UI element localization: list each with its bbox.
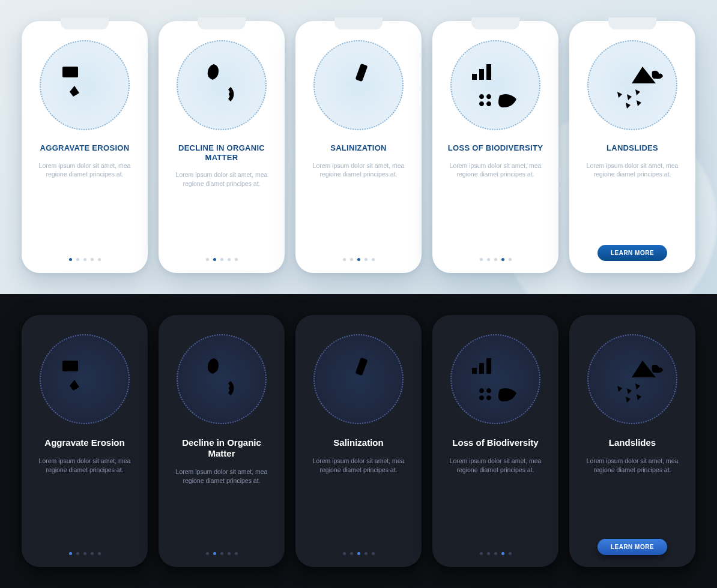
page-dot-4[interactable] (372, 258, 375, 261)
card-footer (168, 258, 275, 261)
page-dot-1[interactable] (350, 552, 353, 555)
card-title: LANDSLIDES (607, 143, 658, 153)
page-dot-1[interactable] (76, 258, 79, 261)
onboarding-card-0: AGGRAVATE EROSIONLorem ipsum dolor sit a… (22, 21, 148, 273)
page-dot-0[interactable] (480, 552, 483, 555)
biodiversity-icon (450, 40, 540, 130)
card-footer (442, 552, 549, 555)
page-indicator[interactable] (69, 552, 101, 555)
page-dot-2[interactable] (357, 552, 360, 555)
salinization-icon (313, 40, 404, 130)
page-dot-0[interactable] (343, 258, 346, 261)
page-indicator[interactable] (480, 552, 512, 555)
erosion-icon (40, 334, 130, 424)
phone-notch (608, 17, 656, 29)
page-dot-1[interactable] (213, 258, 216, 261)
onboarding-card-3: LOSS OF BIODIVERSITYLorem ipsum dolor si… (432, 21, 558, 273)
page-dot-0[interactable] (480, 258, 483, 261)
card-description: Lorem ipsum dolor sit amet, mea regione … (34, 161, 136, 179)
card-description: Lorem ipsum dolor sit amet, mea regione … (307, 161, 410, 179)
onboarding-card-3: Loss of BiodiversityLorem ipsum dolor si… (432, 315, 558, 567)
card-footer: LEARN MORE (579, 245, 686, 261)
card-footer (31, 258, 138, 261)
onboarding-card-2: SalinizationLorem ipsum dolor sit amet, … (295, 315, 422, 567)
page-dot-2[interactable] (494, 552, 497, 555)
card-title: DECLINE IN ORGANIC MATTER (168, 143, 275, 162)
light-theme-row: AGGRAVATE EROSIONLorem ipsum dolor sit a… (0, 0, 717, 294)
page-dot-1[interactable] (487, 552, 490, 555)
dark-theme-row: Aggravate ErosionLorem ipsum dolor sit a… (0, 294, 717, 588)
onboarding-card-4: LANDSLIDESLorem ipsum dolor sit amet, me… (569, 21, 695, 273)
card-footer: LEARN MORE (579, 539, 686, 555)
card-title: LOSS OF BIODIVERSITY (448, 143, 543, 153)
erosion-icon (40, 40, 130, 130)
biodiversity-icon (450, 334, 540, 424)
card-footer (31, 552, 138, 555)
page-dot-4[interactable] (98, 552, 101, 555)
learn-more-button[interactable]: LEARN MORE (598, 245, 667, 261)
page-indicator[interactable] (343, 552, 375, 555)
page-dot-1[interactable] (213, 552, 216, 555)
page-dot-2[interactable] (220, 258, 223, 261)
page-indicator[interactable] (69, 258, 101, 261)
card-description: Lorem ipsum dolor sit amet, mea regione … (171, 467, 273, 485)
page-dot-3[interactable] (228, 552, 231, 555)
page-dot-2[interactable] (357, 258, 360, 261)
page-dot-3[interactable] (91, 258, 94, 261)
page-dot-0[interactable] (69, 258, 72, 261)
page-dot-2[interactable] (83, 552, 86, 555)
page-indicator[interactable] (480, 258, 512, 261)
card-title: Salinization (333, 437, 383, 448)
page-indicator[interactable] (343, 258, 375, 261)
page-dot-4[interactable] (509, 552, 512, 555)
page-dot-4[interactable] (372, 552, 375, 555)
page-dot-2[interactable] (83, 258, 86, 261)
card-footer (442, 258, 549, 261)
landslides-icon (587, 334, 677, 424)
page-dot-1[interactable] (350, 258, 353, 261)
phone-notch (61, 17, 109, 29)
page-indicator[interactable] (206, 552, 238, 555)
onboarding-card-2: SALINIZATIONLorem ipsum dolor sit amet, … (295, 21, 422, 273)
landslides-icon (587, 40, 677, 130)
page-dot-0[interactable] (343, 552, 346, 555)
page-dot-2[interactable] (220, 552, 223, 555)
page-dot-3[interactable] (501, 258, 504, 261)
card-title: AGGRAVATE EROSION (40, 143, 130, 153)
page-dot-3[interactable] (91, 552, 94, 555)
card-description: Lorem ipsum dolor sit amet, mea regione … (444, 457, 546, 474)
organic-icon (177, 334, 267, 424)
page-dot-3[interactable] (501, 552, 504, 555)
card-title: Landslides (609, 437, 656, 448)
card-title: SALINIZATION (330, 143, 387, 153)
card-description: Lorem ipsum dolor sit amet, mea regione … (581, 161, 683, 179)
page-dot-4[interactable] (98, 258, 101, 261)
onboarding-card-1: DECLINE IN ORGANIC MATTERLorem ipsum dol… (159, 21, 285, 273)
card-title: Aggravate Erosion (44, 437, 124, 448)
page-dot-0[interactable] (206, 552, 209, 555)
page-dot-4[interactable] (235, 258, 238, 261)
page-dot-2[interactable] (494, 258, 497, 261)
card-title: Loss of Biodiversity (452, 437, 538, 448)
page-dot-4[interactable] (235, 552, 238, 555)
page-indicator[interactable] (206, 258, 238, 261)
organic-icon (177, 40, 267, 130)
phone-notch (334, 17, 383, 29)
page-dot-3[interactable] (228, 258, 231, 261)
phone-notch (198, 17, 246, 29)
page-dot-3[interactable] (365, 258, 368, 261)
page-dot-0[interactable] (206, 258, 209, 261)
card-description: Lorem ipsum dolor sit amet, mea regione … (34, 457, 136, 474)
page-dot-1[interactable] (487, 258, 490, 261)
salinization-icon (313, 334, 404, 424)
card-title: Decline in Organic Matter (168, 437, 275, 459)
card-description: Lorem ipsum dolor sit amet, mea regione … (171, 170, 273, 188)
learn-more-button[interactable]: LEARN MORE (598, 539, 667, 555)
page-dot-1[interactable] (76, 552, 79, 555)
card-footer (305, 258, 412, 261)
page-dot-0[interactable] (69, 552, 72, 555)
card-footer (305, 552, 412, 555)
page-dot-3[interactable] (365, 552, 368, 555)
page-dot-4[interactable] (509, 258, 512, 261)
card-footer (168, 552, 275, 555)
